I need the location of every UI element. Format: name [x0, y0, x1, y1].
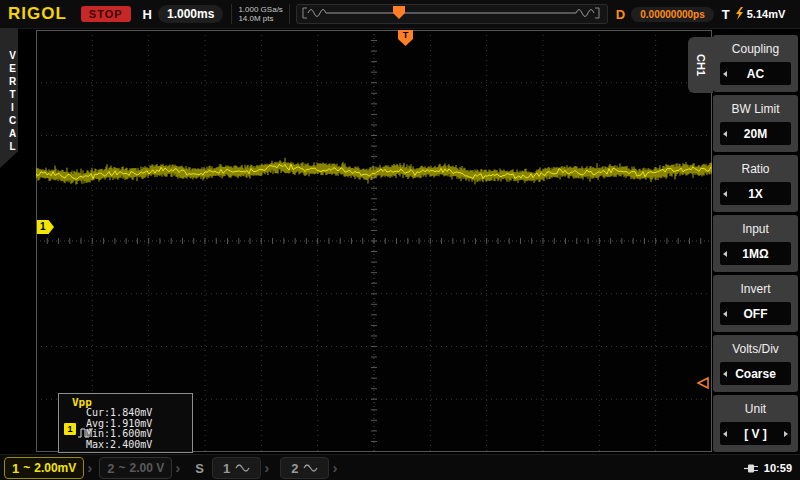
measurement-row: Max:2.400mV	[86, 440, 152, 451]
source2-status[interactable]: 2	[280, 457, 329, 479]
menu-item-label: Input	[713, 222, 798, 236]
menu-item-value: OFF	[720, 302, 791, 325]
sine-wave-icon	[303, 463, 318, 473]
memory-depth: 14.0M pts	[238, 14, 282, 23]
trigger-slope-icon	[734, 7, 744, 21]
memory-overview-strip[interactable]	[296, 4, 608, 24]
clock: 10:59	[764, 462, 792, 474]
left-arrow-icon	[723, 371, 727, 377]
menu-item-label: Invert	[713, 282, 798, 296]
sample-rate: 1.000 GSa/s	[238, 5, 282, 14]
trigger-level-readout[interactable]: 5.14mV	[747, 8, 786, 20]
top-status-bar: RIGOL STOP H 1.000ms 1.000 GSa/s 14.0M p…	[0, 0, 800, 29]
memory-waveform-icon	[297, 5, 605, 21]
chevron-icon: ›	[332, 458, 337, 478]
bottom-status-bar: 1 ~ 2.00mV › 2 ~ 2.00 V › S 1 › 2 ›	[0, 454, 800, 480]
measurement-popup: Vpp 1 Cur:1.840mV Avg:1.910mV Min:1.600m…	[58, 393, 193, 453]
left-arrow-icon	[723, 71, 727, 77]
menu-item-label: BW Limit	[713, 102, 798, 116]
menu-item-ratio[interactable]: Ratio 1X	[713, 155, 798, 212]
measurement-rows: Cur:1.840mV Avg:1.910mV Min:1.600mV Max:…	[86, 408, 152, 450]
trigger-label: T	[722, 7, 730, 22]
menu-item-label: Unit	[713, 402, 798, 416]
left-arrow-icon	[723, 191, 727, 197]
left-arrow-icon	[723, 131, 727, 137]
menu-item-label: Ratio	[713, 162, 798, 176]
oscilloscope-ui: RIGOL STOP H 1.000ms 1.000 GSa/s 14.0M p…	[0, 0, 800, 480]
ac-coupling-icon: ~	[119, 461, 126, 475]
menu-item-coupling[interactable]: Coupling AC	[713, 35, 798, 92]
left-arrow-icon	[723, 431, 727, 437]
menu-item-input[interactable]: Input 1MΩ	[713, 215, 798, 272]
rigol-logo: RIGOL	[8, 4, 67, 24]
trigger-level-marker[interactable]	[696, 376, 710, 394]
left-arrow-icon	[723, 251, 727, 257]
measurement-channel-badge: 1	[64, 423, 76, 435]
menu-item-unit[interactable]: Unit [ V ]	[713, 395, 798, 452]
menu-tab-ch1[interactable]: CH1	[688, 37, 713, 93]
channel2-status[interactable]: 2 ~ 2.00 V	[99, 457, 172, 479]
graticule	[36, 30, 712, 452]
menu-item-value: 1MΩ	[720, 242, 791, 265]
ac-coupling-icon: ~	[23, 461, 30, 475]
clock-area: 10:59	[743, 462, 792, 474]
acquisition-info: 1.000 GSa/s 14.0M pts	[231, 4, 289, 24]
menu-item-invert[interactable]: Invert OFF	[713, 275, 798, 332]
chevron-icon: ›	[264, 458, 269, 478]
sine-wave-icon	[235, 463, 250, 473]
softkey-menu: Coupling AC BW Limit 20M Ratio 1X Input	[713, 35, 798, 452]
source1-status[interactable]: 1	[212, 457, 261, 479]
chevron-icon: ›	[175, 458, 180, 478]
run-state-badge[interactable]: STOP	[81, 6, 131, 22]
waveform-display	[36, 30, 712, 452]
menu-item-value: 20M	[720, 122, 791, 145]
menu-item-value: Coarse	[720, 362, 791, 385]
chevron-icon: ›	[87, 458, 92, 478]
left-arrow-icon	[723, 311, 727, 317]
menu-item-label: Volts/Div	[713, 342, 798, 356]
menu-item-bw-limit[interactable]: BW Limit 20M	[713, 95, 798, 152]
source-label: S	[195, 461, 204, 476]
menu-item-value: [ V ]	[720, 422, 791, 445]
right-arrow-icon	[784, 431, 788, 437]
menu-item-volts-div[interactable]: Volts/Div Coarse	[713, 335, 798, 392]
delay-readout[interactable]: 0.00000000ps	[631, 7, 714, 22]
menu-item-value: AC	[720, 62, 791, 85]
timebase-readout[interactable]: 1.000ms	[158, 5, 223, 23]
horizontal-label: H	[143, 7, 152, 22]
delay-label: D	[616, 7, 625, 22]
menu-item-label: Coupling	[713, 42, 798, 56]
channel1-status[interactable]: 1 ~ 2.00mV	[4, 457, 84, 479]
menu-item-value: 1X	[720, 182, 791, 205]
usb-plug-icon	[743, 463, 759, 474]
trigger-position-marker	[393, 6, 405, 19]
vertical-section-tab: VERTICAL	[0, 28, 18, 168]
